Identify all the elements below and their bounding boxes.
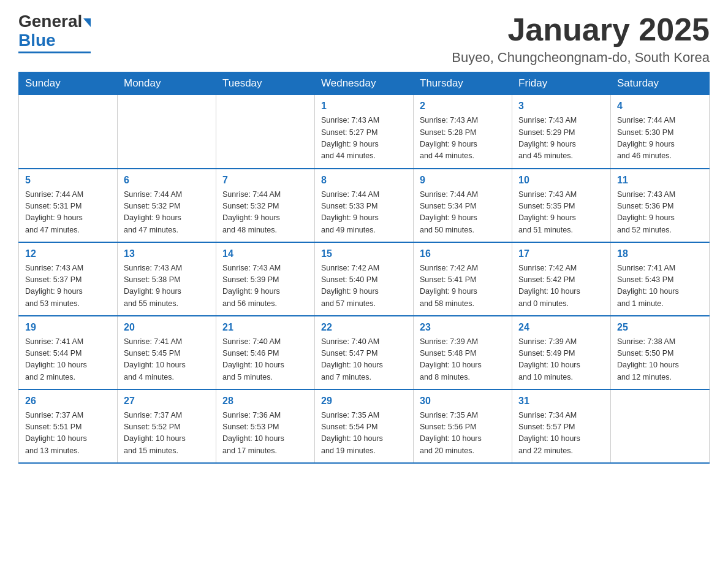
- col-wednesday: Wednesday: [315, 72, 414, 95]
- day-number: 19: [25, 320, 111, 335]
- calendar-cell: 18Sunrise: 7:41 AMSunset: 5:43 PMDayligh…: [611, 242, 710, 316]
- day-number: 6: [124, 173, 210, 188]
- week-row-5: 26Sunrise: 7:37 AMSunset: 5:51 PMDayligh…: [19, 389, 710, 463]
- day-number: 22: [321, 320, 407, 335]
- day-info: Sunrise: 7:40 AMSunset: 5:46 PMDaylight:…: [222, 336, 308, 384]
- day-info: Sunrise: 7:36 AMSunset: 5:53 PMDaylight:…: [222, 410, 308, 458]
- day-info: Sunrise: 7:43 AMSunset: 5:38 PMDaylight:…: [124, 262, 210, 310]
- day-info: Sunrise: 7:39 AMSunset: 5:49 PMDaylight:…: [518, 336, 604, 384]
- day-number: 4: [617, 99, 703, 113]
- calendar-cell: 30Sunrise: 7:35 AMSunset: 5:56 PMDayligh…: [414, 389, 512, 463]
- calendar-cell: [19, 95, 118, 169]
- day-info: Sunrise: 7:39 AMSunset: 5:48 PMDaylight:…: [420, 336, 506, 384]
- col-thursday: Thursday: [414, 72, 512, 95]
- calendar-cell: 8Sunrise: 7:44 AMSunset: 5:33 PMDaylight…: [315, 169, 414, 242]
- header-row: Sunday Monday Tuesday Wednesday Thursday…: [19, 72, 710, 95]
- day-number: 13: [124, 247, 210, 261]
- calendar-cell: 19Sunrise: 7:41 AMSunset: 5:44 PMDayligh…: [19, 316, 118, 389]
- col-sunday: Sunday: [19, 72, 118, 95]
- day-number: 2: [420, 99, 506, 113]
- calendar-cell: 3Sunrise: 7:43 AMSunset: 5:29 PMDaylight…: [512, 95, 611, 169]
- calendar-cell: 13Sunrise: 7:43 AMSunset: 5:38 PMDayligh…: [118, 242, 216, 316]
- calendar-cell: 22Sunrise: 7:40 AMSunset: 5:47 PMDayligh…: [315, 316, 414, 389]
- day-number: 21: [222, 320, 308, 335]
- week-row-1: 1Sunrise: 7:43 AMSunset: 5:27 PMDaylight…: [19, 95, 710, 169]
- calendar-cell: 28Sunrise: 7:36 AMSunset: 5:53 PMDayligh…: [216, 389, 315, 463]
- day-number: 24: [518, 320, 604, 335]
- day-number: 20: [124, 320, 210, 335]
- day-number: 14: [222, 247, 308, 261]
- day-info: Sunrise: 7:43 AMSunset: 5:27 PMDaylight:…: [321, 115, 407, 163]
- day-info: Sunrise: 7:44 AMSunset: 5:32 PMDaylight:…: [124, 189, 210, 237]
- day-info: Sunrise: 7:41 AMSunset: 5:43 PMDaylight:…: [617, 262, 703, 310]
- day-number: 28: [222, 394, 308, 408]
- day-number: 23: [420, 320, 506, 335]
- calendar-cell: 2Sunrise: 7:43 AMSunset: 5:28 PMDaylight…: [414, 95, 512, 169]
- day-info: Sunrise: 7:43 AMSunset: 5:29 PMDaylight:…: [518, 115, 604, 163]
- calendar-body: 1Sunrise: 7:43 AMSunset: 5:27 PMDaylight…: [19, 95, 710, 463]
- calendar-cell: 14Sunrise: 7:43 AMSunset: 5:39 PMDayligh…: [216, 242, 315, 316]
- week-row-2: 5Sunrise: 7:44 AMSunset: 5:31 PMDaylight…: [19, 169, 710, 242]
- logo-arrow-icon: [83, 18, 91, 27]
- day-number: 26: [25, 394, 111, 408]
- calendar-cell: 11Sunrise: 7:43 AMSunset: 5:36 PMDayligh…: [611, 169, 710, 242]
- day-info: Sunrise: 7:44 AMSunset: 5:34 PMDaylight:…: [420, 189, 506, 237]
- day-number: 11: [617, 173, 703, 188]
- day-number: 31: [518, 394, 604, 408]
- day-number: 3: [518, 99, 604, 113]
- calendar-cell: 15Sunrise: 7:42 AMSunset: 5:40 PMDayligh…: [315, 242, 414, 316]
- day-info: Sunrise: 7:34 AMSunset: 5:57 PMDaylight:…: [518, 410, 604, 458]
- day-info: Sunrise: 7:44 AMSunset: 5:30 PMDaylight:…: [617, 115, 703, 163]
- logo-blue: Blue: [18, 31, 56, 50]
- day-info: Sunrise: 7:44 AMSunset: 5:31 PMDaylight:…: [25, 189, 111, 237]
- week-row-3: 12Sunrise: 7:43 AMSunset: 5:37 PMDayligh…: [19, 242, 710, 316]
- day-number: 9: [420, 173, 506, 188]
- calendar-cell: 21Sunrise: 7:40 AMSunset: 5:46 PMDayligh…: [216, 316, 315, 389]
- day-number: 7: [222, 173, 308, 188]
- calendar-subtitle: Buyeo, Chungcheongnam-do, South Korea: [452, 50, 710, 66]
- day-number: 27: [124, 394, 210, 408]
- calendar-title: January 2025: [452, 12, 710, 47]
- calendar-cell: 27Sunrise: 7:37 AMSunset: 5:52 PMDayligh…: [118, 389, 216, 463]
- day-info: Sunrise: 7:43 AMSunset: 5:39 PMDaylight:…: [222, 262, 308, 310]
- calendar-cell: 10Sunrise: 7:43 AMSunset: 5:35 PMDayligh…: [512, 169, 611, 242]
- day-number: 16: [420, 247, 506, 261]
- calendar-cell: 16Sunrise: 7:42 AMSunset: 5:41 PMDayligh…: [414, 242, 512, 316]
- calendar-cell: 7Sunrise: 7:44 AMSunset: 5:32 PMDaylight…: [216, 169, 315, 242]
- calendar-cell: [118, 95, 216, 169]
- col-tuesday: Tuesday: [216, 72, 315, 95]
- day-info: Sunrise: 7:37 AMSunset: 5:51 PMDaylight:…: [25, 410, 111, 458]
- calendar-cell: 17Sunrise: 7:42 AMSunset: 5:42 PMDayligh…: [512, 242, 611, 316]
- day-number: 15: [321, 247, 407, 261]
- calendar-cell: [611, 389, 710, 463]
- calendar-cell: 26Sunrise: 7:37 AMSunset: 5:51 PMDayligh…: [19, 389, 118, 463]
- calendar-cell: 1Sunrise: 7:43 AMSunset: 5:27 PMDaylight…: [315, 95, 414, 169]
- day-number: 5: [25, 173, 111, 188]
- day-info: Sunrise: 7:43 AMSunset: 5:35 PMDaylight:…: [518, 189, 604, 237]
- day-info: Sunrise: 7:35 AMSunset: 5:54 PMDaylight:…: [321, 410, 407, 458]
- col-friday: Friday: [512, 72, 611, 95]
- day-info: Sunrise: 7:35 AMSunset: 5:56 PMDaylight:…: [420, 410, 506, 458]
- day-info: Sunrise: 7:42 AMSunset: 5:40 PMDaylight:…: [321, 262, 407, 310]
- calendar-cell: 12Sunrise: 7:43 AMSunset: 5:37 PMDayligh…: [19, 242, 118, 316]
- calendar-cell: 23Sunrise: 7:39 AMSunset: 5:48 PMDayligh…: [414, 316, 512, 389]
- day-number: 29: [321, 394, 407, 408]
- calendar-table: Sunday Monday Tuesday Wednesday Thursday…: [18, 72, 710, 464]
- logo-text: GeneralBlue: [18, 12, 91, 50]
- day-info: Sunrise: 7:44 AMSunset: 5:32 PMDaylight:…: [222, 189, 308, 237]
- calendar-cell: 5Sunrise: 7:44 AMSunset: 5:31 PMDaylight…: [19, 169, 118, 242]
- day-info: Sunrise: 7:44 AMSunset: 5:33 PMDaylight:…: [321, 189, 407, 237]
- day-number: 10: [518, 173, 604, 188]
- day-info: Sunrise: 7:42 AMSunset: 5:42 PMDaylight:…: [518, 262, 604, 310]
- day-info: Sunrise: 7:41 AMSunset: 5:45 PMDaylight:…: [124, 336, 210, 384]
- calendar-header: Sunday Monday Tuesday Wednesday Thursday…: [19, 72, 710, 95]
- col-saturday: Saturday: [611, 72, 710, 95]
- logo-underline: [18, 52, 91, 53]
- calendar-cell: 24Sunrise: 7:39 AMSunset: 5:49 PMDayligh…: [512, 316, 611, 389]
- calendar-cell: 9Sunrise: 7:44 AMSunset: 5:34 PMDaylight…: [414, 169, 512, 242]
- calendar-cell: 20Sunrise: 7:41 AMSunset: 5:45 PMDayligh…: [118, 316, 216, 389]
- day-info: Sunrise: 7:43 AMSunset: 5:28 PMDaylight:…: [420, 115, 506, 163]
- calendar-cell: 31Sunrise: 7:34 AMSunset: 5:57 PMDayligh…: [512, 389, 611, 463]
- calendar-cell: 29Sunrise: 7:35 AMSunset: 5:54 PMDayligh…: [315, 389, 414, 463]
- logo: GeneralBlue: [18, 12, 91, 53]
